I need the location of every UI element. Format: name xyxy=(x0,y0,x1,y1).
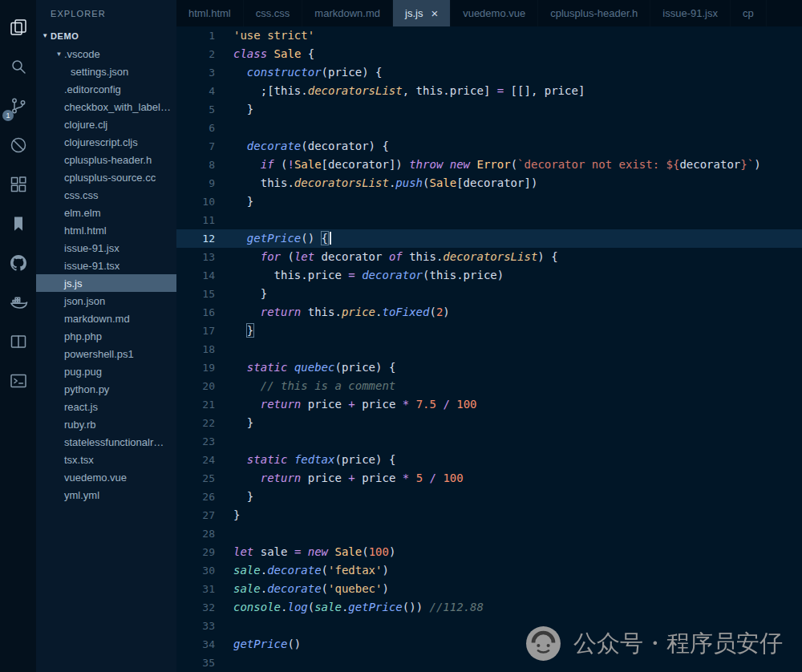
extensions-icon[interactable] xyxy=(0,164,36,204)
tree-item-json.json[interactable]: json.json xyxy=(36,292,176,310)
tree-item-yml.yml[interactable]: yml.yml xyxy=(36,486,176,504)
file-label: pug.pug xyxy=(64,366,102,378)
section-header-demo[interactable]: ▼ DEMO xyxy=(36,26,176,45)
code-line[interactable]: 10 } xyxy=(176,192,802,211)
code-line[interactable]: 22 } xyxy=(176,414,802,432)
code-line[interactable]: 13 for (let decorator of this.decorators… xyxy=(176,248,802,266)
bookmark-icon[interactable] xyxy=(0,204,36,243)
code-line[interactable]: 32console.log(sale.getPrice()) //112.88 xyxy=(176,598,802,617)
code-text: class Sale { xyxy=(233,45,314,63)
code-line[interactable]: 17 } xyxy=(176,322,802,340)
code-line[interactable]: 31sale.decorate('quebec') xyxy=(176,580,802,598)
line-number: 27 xyxy=(176,506,233,524)
code-line[interactable]: 16 return this.price.toFixed(2) xyxy=(176,303,802,322)
code-line[interactable]: 29let sale = new Sale(100) xyxy=(176,543,802,561)
tree-item-checkbox-with-label-[interactable]: checkbox_with_label… xyxy=(36,98,176,115)
tree-item-css.css[interactable]: css.css xyxy=(36,186,176,204)
tab-label: html.html xyxy=(188,7,231,19)
tree-item-markdown.md[interactable]: markdown.md xyxy=(36,310,176,327)
tab-css.css[interactable]: css.css xyxy=(244,0,303,26)
code-line[interactable]: 19 static quebec(price) { xyxy=(176,358,802,377)
tree-item-php.php[interactable]: php.php xyxy=(36,327,176,345)
code-line[interactable]: 14 this.price = decorator(this.price) xyxy=(176,266,802,285)
code-line[interactable]: 25 return price + price * 5 / 100 xyxy=(176,469,802,488)
watermark: 公众号・程序员安仔 xyxy=(525,625,783,662)
file-label: clojurescript.cljs xyxy=(64,136,138,148)
tree-item-cplusplus-header.h[interactable]: cplusplus-header.h xyxy=(36,151,176,168)
tree-item-settings.json[interactable]: settings.json xyxy=(36,63,176,80)
file-label: json.json xyxy=(64,295,105,307)
tree-item-clojure.clj[interactable]: clojure.clj xyxy=(36,115,176,133)
code-line[interactable]: 4 ;[this.decoratorsList, this.price] = [… xyxy=(176,82,802,100)
code-line[interactable]: 27} xyxy=(176,506,802,524)
code-line[interactable]: 24 static fedtax(price) { xyxy=(176,451,802,469)
code-text: ;[this.decoratorsList, this.price] = [[]… xyxy=(233,82,585,100)
tree-item-react.js[interactable]: react.js xyxy=(36,398,176,415)
tab-cplusplus-header.h[interactable]: cplusplus-header.h xyxy=(538,0,650,26)
tree-item-statelessfunctionalr-[interactable]: statelessfunctionalr… xyxy=(36,433,176,451)
files-icon[interactable] xyxy=(0,7,36,47)
tree-item-python.py[interactable]: python.py xyxy=(36,380,176,398)
code-line[interactable]: 26 } xyxy=(176,488,802,506)
tab-js.js[interactable]: js.js× xyxy=(393,0,451,26)
tree-item-elm.elm[interactable]: elm.elm xyxy=(36,204,176,221)
code-line[interactable]: 2class Sale { xyxy=(176,45,802,63)
tree-item-issue-91.tsx[interactable]: issue-91.tsx xyxy=(36,257,176,274)
file-label: cplusplus-header.h xyxy=(64,154,152,166)
code-line[interactable]: 7 decorate(decorator) { xyxy=(176,137,802,156)
line-number: 35 xyxy=(176,654,233,672)
code-line[interactable]: 23 xyxy=(176,432,802,451)
file-label: settings.json xyxy=(71,66,128,78)
tree-item-pug.pug[interactable]: pug.pug xyxy=(36,362,176,380)
code-text: sale.decorate('quebec') xyxy=(233,580,389,598)
code-line[interactable]: 6 xyxy=(176,119,802,137)
tree-item-cplusplus-source.cc[interactable]: cplusplus-source.cc xyxy=(36,168,176,186)
code-line[interactable]: 1'use strict' xyxy=(176,26,802,45)
code-line[interactable]: 21 return price + price * 7.5 / 100 xyxy=(176,395,802,414)
source-control-icon[interactable]: 1 xyxy=(0,86,36,125)
disabled-icon[interactable] xyxy=(0,125,36,164)
line-number: 31 xyxy=(176,580,233,598)
code-line[interactable]: 9 this.decoratorsList.push(Sale[decorato… xyxy=(176,174,802,192)
code-line[interactable]: 11 xyxy=(176,211,802,229)
tree-item-.vscode[interactable]: ▼.vscode xyxy=(36,45,176,63)
file-tree: ▼.vscodesettings.json.editorconfigcheckb… xyxy=(36,45,176,504)
tree-item-powershell.ps1[interactable]: powershell.ps1 xyxy=(36,345,176,362)
search-icon[interactable] xyxy=(0,47,36,86)
line-number: 2 xyxy=(176,45,233,63)
tab-issue-91.jsx[interactable]: issue-91.jsx xyxy=(650,0,731,26)
line-number: 20 xyxy=(176,377,233,395)
code-line[interactable]: 20 // this is a comment xyxy=(176,377,802,395)
tree-item-vuedemo.vue[interactable]: vuedemo.vue xyxy=(36,468,176,486)
code-line[interactable]: 18 xyxy=(176,340,802,358)
tree-item-html.html[interactable]: html.html xyxy=(36,221,176,239)
code-line[interactable]: 12 getPrice() { xyxy=(176,229,802,248)
tab-markdown.md[interactable]: markdown.md xyxy=(302,0,393,26)
tab-vuedemo.vue[interactable]: vuedemo.vue xyxy=(451,0,538,26)
code-line[interactable]: 30sale.decorate('fedtax') xyxy=(176,561,802,580)
close-icon[interactable]: × xyxy=(431,7,438,19)
code-line[interactable]: 5 } xyxy=(176,100,802,119)
tree-item-.editorconfig[interactable]: .editorconfig xyxy=(36,80,176,98)
split-editor-icon[interactable] xyxy=(0,322,36,361)
code-line[interactable]: 15 } xyxy=(176,285,802,303)
code-editor[interactable]: 1'use strict'2class Sale {3 constructor(… xyxy=(176,26,802,672)
line-number: 24 xyxy=(176,451,233,469)
code-line[interactable]: 28 xyxy=(176,524,802,543)
tree-item-js.js[interactable]: js.js xyxy=(36,274,176,292)
github-icon[interactable] xyxy=(0,243,36,282)
code-text: if (!Sale[decorator]) throw new Error(`d… xyxy=(233,156,761,174)
terminal-icon[interactable] xyxy=(0,361,36,400)
line-number: 16 xyxy=(176,303,233,322)
tree-item-ruby.rb[interactable]: ruby.rb xyxy=(36,415,176,433)
tree-item-tsx.tsx[interactable]: tsx.tsx xyxy=(36,451,176,468)
tab-html.html[interactable]: html.html xyxy=(176,0,244,26)
docker-icon[interactable] xyxy=(0,282,36,322)
tree-item-issue-91.jsx[interactable]: issue-91.jsx xyxy=(36,239,176,257)
code-line[interactable]: 3 constructor(price) { xyxy=(176,63,802,82)
tab-label: js.js xyxy=(405,7,423,19)
tab-cp[interactable]: cp xyxy=(731,0,767,26)
code-text: constructor(price) { xyxy=(233,63,382,82)
code-line[interactable]: 8 if (!Sale[decorator]) throw new Error(… xyxy=(176,156,802,174)
tree-item-clojurescript.cljs[interactable]: clojurescript.cljs xyxy=(36,133,176,151)
